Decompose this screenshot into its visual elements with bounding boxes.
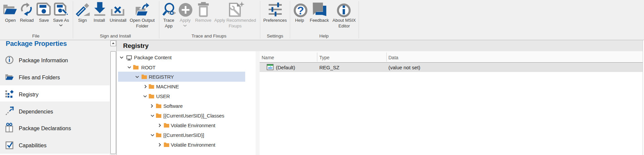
svg-text:ab: ab bbox=[268, 65, 272, 69]
svg-text:?: ? bbox=[297, 4, 304, 17]
